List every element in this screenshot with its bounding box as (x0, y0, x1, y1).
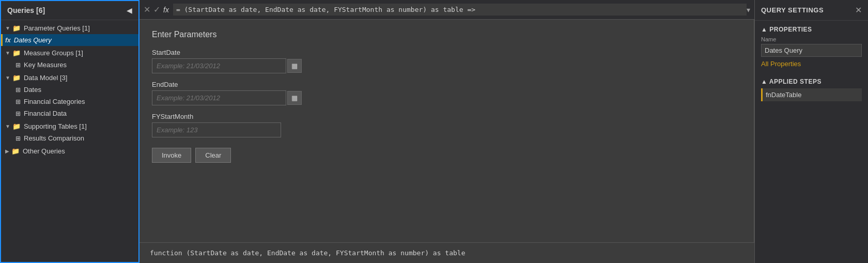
tree-item-label: Dates Query (14, 36, 52, 44)
chevron-icon: ▼ (5, 75, 10, 81)
param-group: StartDate▦ (152, 49, 741, 73)
tree-group: ▼📁Data Model [3]⊞Dates⊞Financial Categor… (1, 72, 138, 119)
param-text-input[interactable] (152, 122, 281, 137)
tree-item[interactable]: ⊞Dates (1, 84, 138, 96)
tree-group: ▼📁Parameter Queries [1]fxDates Query (1, 22, 138, 46)
tree-item-label: Dates (24, 86, 41, 94)
tree-item[interactable]: ⊞Financial Data (1, 107, 138, 119)
name-label: Name (761, 36, 862, 42)
main-content-wrapper: Enter Parameters StartDate▦EndDate▦FYSta… (140, 20, 754, 263)
tree-container: ▼📁Parameter Queries [1]fxDates Query▼📁Me… (1, 20, 138, 262)
tree-group-header[interactable]: ▼📁Supporting Tables [1] (1, 120, 138, 132)
tree-group-header[interactable]: ▼📁Measure Groups [1] (1, 47, 138, 59)
formula-confirm-icon[interactable]: ✓ (153, 5, 160, 14)
param-input-row: ▦ (152, 90, 741, 105)
properties-section-title: ▲ PROPERTIES (755, 21, 868, 36)
clear-button[interactable]: Clear (195, 148, 231, 163)
table-icon: ⊞ (16, 98, 21, 105)
param-group: EndDate▦ (152, 81, 741, 105)
table-icon: ⊞ (16, 61, 21, 69)
button-row: Invoke Clear (152, 148, 741, 163)
table-icon: ⊞ (16, 110, 21, 117)
tree-item[interactable]: ⊞Financial Categories (1, 96, 138, 107)
tree-group: ▼📁Supporting Tables [1]⊞Results Comparis… (1, 120, 138, 144)
tree-group-header[interactable]: ▼📁Parameter Queries [1] (1, 22, 138, 34)
tree-group-label: Supporting Tables [1] (24, 122, 87, 130)
right-panel-title: QUERY SETTINGS (761, 6, 824, 14)
folder-icon: 📁 (12, 74, 21, 82)
applied-steps-section: fnDateTable (755, 88, 868, 102)
param-input-row: ▦ (152, 58, 741, 73)
tree-item-label: Key Measures (24, 61, 67, 69)
params-title: Enter Parameters (152, 30, 741, 39)
param-label: EndDate (152, 81, 741, 88)
tree-item-label: Financial Data (24, 110, 67, 117)
collapse-icon[interactable]: ◀ (127, 6, 132, 14)
param-label: StartDate (152, 49, 741, 56)
param-group: FYStartMonth (152, 113, 741, 137)
fx-icon: fx (5, 37, 11, 44)
applied-step-item[interactable]: fnDateTable (761, 88, 862, 101)
folder-icon: 📁 (12, 49, 21, 57)
close-icon[interactable]: ✕ (855, 5, 862, 15)
folder-icon: 📁 (12, 122, 21, 130)
properties-section-content: Name All Properties (755, 36, 868, 73)
param-date-input[interactable] (152, 58, 286, 73)
all-properties-link[interactable]: All Properties (761, 60, 801, 68)
left-panel-header: Queries [6] ◀ (1, 1, 138, 20)
table-icon: ⊞ (16, 86, 21, 94)
formula-bar: ✕ ✓ fx ▾ (140, 0, 754, 20)
chevron-icon: ▼ (5, 25, 10, 31)
right-panel: QUERY SETTINGS ✕ ▲ PROPERTIES Name All P… (754, 0, 868, 263)
applied-steps-section-title: ▲ APPLIED STEPS (755, 73, 868, 88)
table-icon: ⊞ (16, 135, 21, 142)
chevron-icon: ▶ (5, 148, 9, 154)
tree-group-label: Other Queries (23, 147, 65, 155)
params-container: StartDate▦EndDate▦FYStartMonth (152, 49, 741, 137)
tree-item-label: Financial Categories (24, 98, 85, 105)
tree-item[interactable]: ⊞Results Comparison (1, 132, 138, 144)
tree-group-label: Data Model [3] (24, 74, 68, 82)
params-panel: Enter Parameters StartDate▦EndDate▦FYSta… (140, 20, 754, 242)
right-panel-header: QUERY SETTINGS ✕ (755, 0, 868, 21)
param-date-input[interactable] (152, 90, 286, 105)
result-text: function (StartDate as date, EndDate as … (150, 249, 465, 257)
folder-icon: 📁 (11, 147, 20, 155)
tree-group-label: Parameter Queries [1] (24, 24, 90, 32)
result-area: function (StartDate as date, EndDate as … (140, 242, 754, 263)
name-value-input[interactable] (761, 44, 862, 57)
tree-item-label: Results Comparison (24, 134, 84, 142)
main-area: ✕ ✓ fx ▾ Enter Parameters StartDate▦EndD… (140, 0, 754, 263)
tree-group-header[interactable]: ▼📁Data Model [3] (1, 72, 138, 84)
tree-group: ▶📁Other Queries (1, 145, 138, 157)
chevron-icon: ▼ (5, 123, 10, 129)
formula-dropdown-icon[interactable]: ▾ (747, 6, 750, 14)
tree-item[interactable]: fxDates Query (1, 34, 138, 46)
param-label: FYStartMonth (152, 113, 741, 120)
tree-group-header[interactable]: ▶📁Other Queries (1, 145, 138, 157)
tree-item[interactable]: ⊞Key Measures (1, 59, 138, 71)
content-area: Enter Parameters StartDate▦EndDate▦FYSta… (140, 20, 754, 242)
calendar-button[interactable]: ▦ (287, 91, 302, 105)
formula-cancel-icon[interactable]: ✕ (144, 5, 150, 14)
formula-fx-label: fx (163, 6, 169, 14)
left-panel: Queries [6] ◀ ▼📁Parameter Queries [1]fxD… (0, 0, 140, 263)
queries-title: Queries [6] (7, 6, 45, 14)
formula-input[interactable] (173, 4, 747, 16)
calendar-button[interactable]: ▦ (287, 59, 302, 73)
chevron-icon: ▼ (5, 50, 10, 56)
tree-group: ▼📁Measure Groups [1]⊞Key Measures (1, 47, 138, 71)
invoke-button[interactable]: Invoke (152, 148, 191, 163)
tree-group-label: Measure Groups [1] (24, 49, 83, 57)
folder-icon: 📁 (12, 24, 21, 32)
